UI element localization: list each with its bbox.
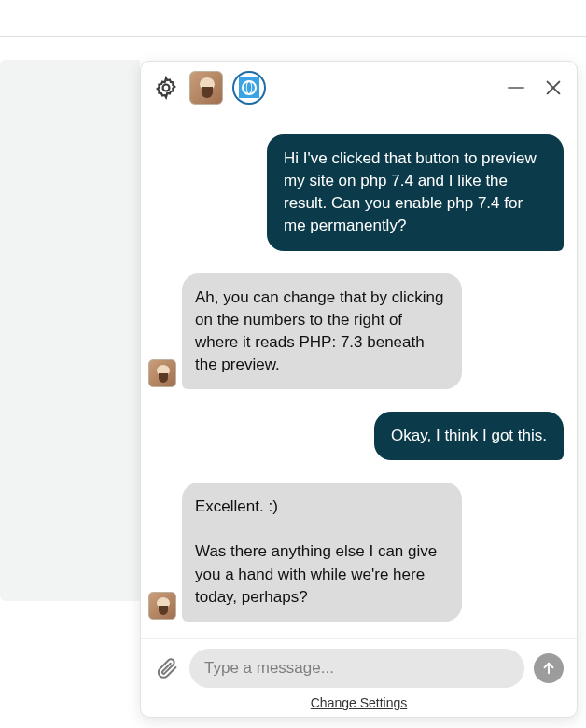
agent-avatar	[148, 359, 176, 387]
background-panel	[0, 60, 140, 601]
message-input[interactable]	[189, 649, 524, 688]
message-bubble: Hi I've clicked that button to preview m…	[267, 134, 564, 251]
message-row-agent: Ah, you can change that by clicking on t…	[148, 273, 564, 390]
background-divider	[0, 36, 586, 37]
chat-footer: Change Settings	[141, 638, 577, 717]
message-row-agent: Excellent. :) Was there anything else I …	[148, 483, 564, 622]
agent-avatar-header	[189, 71, 223, 105]
message-row-user: Okay, I think I got this.	[148, 412, 564, 460]
close-icon[interactable]	[543, 77, 564, 98]
gear-icon[interactable]	[152, 74, 180, 102]
send-button[interactable]	[534, 653, 564, 683]
change-settings-link[interactable]: Change Settings	[154, 695, 564, 710]
brand-logo-avatar	[232, 71, 266, 105]
minimize-icon[interactable]	[506, 77, 526, 98]
svg-point-0	[163, 85, 170, 91]
agent-avatar	[148, 592, 176, 620]
input-row	[154, 649, 564, 688]
chat-widget: Hi I've clicked that button to preview m…	[140, 61, 578, 718]
message-bubble: Okay, I think I got this.	[374, 412, 564, 460]
paperclip-icon[interactable]	[154, 655, 180, 681]
message-row-user: Hi I've clicked that button to preview m…	[148, 134, 564, 251]
message-bubble: Excellent. :) Was there anything else I …	[182, 483, 462, 622]
chat-messages: Hi I've clicked that button to preview m…	[141, 114, 577, 638]
message-bubble: Ah, you can change that by clicking on t…	[182, 273, 462, 390]
chat-header	[141, 62, 577, 114]
